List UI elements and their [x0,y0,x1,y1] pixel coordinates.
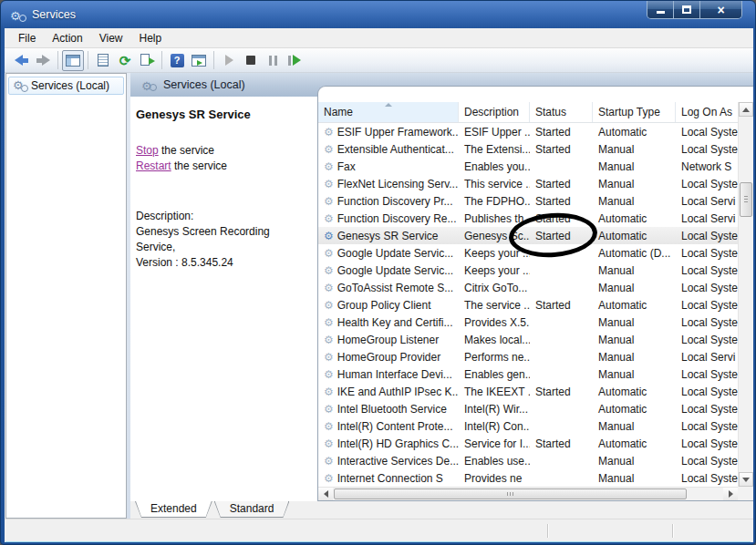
menu-help[interactable]: Help [131,30,171,46]
services-list-panel: Name Description Status Startup Type Log… [317,86,753,501]
service-gear-icon: ⚙ [324,438,334,449]
properties-icon [98,54,109,67]
toolbar-separator [88,51,88,69]
service-row[interactable]: ⚙Intel Bluetooth Service Intel(R) Wir...… [318,400,738,417]
maximize-icon [682,5,691,14]
menu-view[interactable]: View [91,30,131,46]
export-list-button[interactable] [136,50,158,71]
help-icon: ? [171,54,184,67]
tab-extended[interactable]: Extended [135,501,212,518]
service-row[interactable]: ⚙Genesys SR Service Genesys Sc... Starte… [318,227,738,244]
restart-service-link[interactable]: Restart [136,159,171,172]
column-header-status[interactable]: Status [530,102,593,122]
minimize-button[interactable] [647,1,674,18]
service-row[interactable]: ⚙HomeGroup Provider Performs ne... Manua… [318,348,738,365]
description-line2: Version : 8.5.345.24 [136,255,310,271]
scroll-left-icon [324,490,328,498]
horizontal-scrollbar-thumb[interactable] [334,488,687,499]
scroll-left-button[interactable] [318,488,333,500]
service-row[interactable]: ⚙FlexNet Licensing Serv... This service … [318,175,738,192]
properties-button[interactable] [92,50,114,71]
export-list-icon [140,54,153,67]
service-gear-icon: ⚙ [324,213,334,224]
stop-service-button[interactable] [240,50,262,71]
selected-service-title: Genesys SR Service [136,108,310,121]
scroll-up-button[interactable] [739,102,753,117]
service-row[interactable]: ⚙Internet Connection S Provides ne Manua… [318,469,738,485]
restart-service-suffix: the service [171,159,227,172]
service-gear-icon: ⚙ [324,369,334,380]
tree-item-label: Services (Local) [31,79,109,92]
service-row[interactable]: ⚙GoToAssist Remote S... Citrix GoTo... M… [318,279,738,296]
service-row[interactable]: ⚙Health Key and Certifi... Provides X.5.… [318,314,738,331]
toolbar-separator [57,51,58,69]
back-button[interactable] [10,50,32,71]
service-row[interactable]: ⚙ESIF Upper Framework... ESIF Upper ... … [318,123,738,140]
vertical-scrollbar-thumb[interactable] [740,182,752,217]
service-gear-icon: ⚙ [324,265,334,276]
service-gear-icon: ⚙ [324,352,334,363]
status-bar-divider [547,524,548,538]
column-header-startup-type[interactable]: Startup Type [593,102,676,122]
service-row[interactable]: ⚙IKE and AuthIP IPsec K... The IKEEXT ..… [318,383,738,400]
tree-item-services-local[interactable]: ⚙ Services (Local) [8,77,124,95]
service-gear-icon: ⚙ [324,456,334,467]
vertical-scrollbar[interactable] [738,102,753,487]
service-row[interactable]: ⚙Function Discovery Pr... The FDPHO... S… [318,192,738,210]
refresh-button[interactable]: ⟳ [114,50,136,71]
service-row[interactable]: ⚙Function Discovery Re... Publishes th..… [318,210,738,227]
restart-service-button[interactable] [284,50,306,71]
back-icon [15,55,28,66]
service-row[interactable]: ⚙Google Update Servic... Keeps your ... … [318,244,738,262]
horizontal-scrollbar[interactable] [318,487,738,500]
service-gear-icon: ⚙ [324,473,334,484]
close-button[interactable]: × [700,1,741,18]
tab-standard[interactable]: Standard [214,501,290,518]
scrollbar-corner [738,487,753,500]
window-controls: × [647,1,742,19]
service-gear-icon: ⚙ [324,144,334,155]
console-tree-panel: ⚙ Services (Local) [5,73,127,519]
menu-file[interactable]: File [10,30,44,46]
stop-service-link[interactable]: Stop [136,144,159,157]
service-gear-icon: ⚙ [324,283,334,293]
service-gear-icon: ⚙ [324,300,334,311]
maximize-button[interactable] [674,1,700,18]
service-gear-icon: ⚙ [324,386,334,397]
forward-icon [36,55,50,66]
service-row[interactable]: ⚙Fax Enables you... Manual Network S [318,158,738,175]
show-console-tree-icon [66,55,80,67]
service-row[interactable]: ⚙Intel(R) Content Prote... Intel(R) Con.… [318,417,738,435]
show-action-pane-button[interactable] [188,50,210,71]
services-icon: ⚙ [141,77,156,92]
services-icon: ⚙ [13,78,27,93]
refresh-icon: ⟳ [119,54,131,67]
service-gear-icon: ⚙ [324,404,334,415]
menu-bar: File Action View Help [5,28,753,48]
help-button[interactable]: ? [166,50,188,71]
start-service-button[interactable] [218,50,240,71]
toolbar: ⟳ ? [5,48,753,73]
stop-service-line: Stop the service [136,143,310,159]
menu-action[interactable]: Action [44,30,90,46]
service-gear-icon: ⚙ [324,317,334,328]
forward-button[interactable] [32,50,54,71]
service-gear-icon: ⚙ [324,231,334,242]
column-header-description[interactable]: Description [459,102,530,122]
service-row[interactable]: ⚙Google Update Servic... Keeps your ... … [318,262,738,279]
column-header-name[interactable]: Name [318,102,459,122]
pause-service-button[interactable] [262,50,284,71]
titlebar[interactable]: ⚙ Services × [1,1,755,28]
scroll-right-button[interactable] [723,488,738,500]
service-row[interactable]: ⚙Interactive Services De... Enables use.… [318,452,738,469]
service-row[interactable]: ⚙Intel(R) HD Graphics C... Service for I… [318,435,738,452]
show-console-tree-button[interactable] [62,50,84,71]
service-row[interactable]: ⚙Group Policy Client The service ... Sta… [318,296,738,314]
scroll-down-button[interactable] [739,472,753,487]
column-header-log-on-as[interactable]: Log On As [676,102,738,122]
toolbar-separator [213,51,214,69]
service-row[interactable]: ⚙HomeGroup Listener Makes local... Manua… [318,331,738,348]
service-row[interactable]: ⚙Extensible Authenticat... The Extensi..… [318,140,738,158]
service-row[interactable]: ⚙Human Interface Devi... Enables gen... … [318,365,738,383]
list-header-row: Name Description Status Startup Type Log… [318,102,738,123]
